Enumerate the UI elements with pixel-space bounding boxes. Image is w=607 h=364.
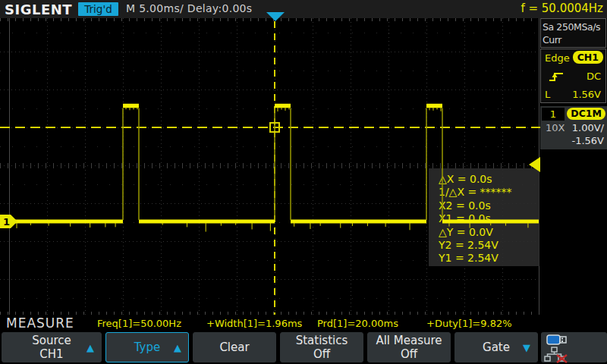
channel-number-chip: 1 bbox=[542, 108, 565, 121]
ch1-ground-marker-icon[interactable]: 1 bbox=[0, 215, 18, 230]
trigger-info-box[interactable]: Edge CH1 DC L 1.56V bbox=[540, 49, 606, 103]
menu-button-type[interactable]: Type ▲ bbox=[105, 332, 189, 362]
rising-edge-icon bbox=[548, 70, 565, 83]
volts-per-division: 1.00V/ bbox=[572, 122, 604, 133]
right-sidebar: Sa 250MSa/s Curr 17.5Mpts Edge CH1 DC L … bbox=[540, 18, 607, 315]
up-arrow-icon: ▲ bbox=[174, 342, 181, 353]
down-arrow-icon: ▼ bbox=[523, 342, 530, 353]
trigger-mode: Edge bbox=[545, 52, 570, 64]
button-label: Off bbox=[401, 347, 417, 361]
channel-coupling-badge: DC1M bbox=[567, 108, 605, 120]
waveform-display: △X = 0.0s 1/△X = ****** X2 = 0.0s X1 = 0… bbox=[0, 18, 540, 315]
sample-rate: Sa 250MSa/s bbox=[543, 20, 605, 33]
trigger-level-value: 1.56V bbox=[572, 89, 601, 100]
trigger-level-label: L bbox=[545, 89, 550, 100]
measure-title: MEASURE bbox=[6, 315, 74, 331]
button-label: CH1 bbox=[39, 347, 63, 361]
measurement-period: Prd[1]=20.00ms bbox=[317, 318, 398, 329]
measurement-duty: +Duty[1]=9.82% bbox=[426, 318, 512, 329]
probe-attenuation: 10X bbox=[546, 122, 565, 133]
menu-button-gate[interactable]: Gate ▼ bbox=[454, 332, 538, 362]
lan-disconnected-icon bbox=[543, 347, 569, 363]
trigger-status-badge: Trig'd bbox=[78, 2, 118, 16]
menu-button-statistics[interactable]: Statistics Off bbox=[280, 332, 363, 362]
menu-button-clear[interactable]: Clear bbox=[193, 332, 276, 362]
channel-offset: -1.56V bbox=[571, 135, 604, 146]
trigger-source-badge: CH1 bbox=[573, 51, 603, 64]
trigger-coupling: DC bbox=[587, 71, 601, 82]
timebase-delay-readout: M 5.00ms/ Delay:0.00s bbox=[126, 2, 252, 14]
measurement-width: +Width[1]=1.96ms bbox=[206, 318, 302, 329]
acquisition-info-box: Sa 250MSa/s Curr 17.5Mpts bbox=[540, 18, 606, 48]
svg-text:1: 1 bbox=[3, 216, 10, 228]
trigger-level-marker-icon[interactable] bbox=[529, 157, 540, 172]
usb-device-icon bbox=[546, 334, 571, 346]
measurement-freq: Freq[1]=50.00Hz bbox=[97, 318, 181, 329]
siglent-logo: SIGLENT bbox=[5, 2, 72, 17]
button-label: All Measure bbox=[376, 334, 442, 347]
up-arrow-icon: ▲ bbox=[86, 342, 94, 353]
ch1-waveform-trace bbox=[0, 18, 540, 315]
button-label: Clear bbox=[219, 340, 249, 354]
menu-button-all-measure[interactable]: All Measure Off bbox=[367, 332, 451, 362]
channel1-info-box[interactable]: 1 DC1M 10X 1.00V/ -1.56V bbox=[540, 106, 607, 149]
softkey-menu-bar: Source CH1 ▲ Type ▲ Clear Statistics Off… bbox=[0, 331, 607, 364]
trigger-position-marker-icon[interactable] bbox=[266, 12, 285, 21]
button-label: Off bbox=[313, 347, 330, 361]
status-icon-panel bbox=[541, 332, 607, 362]
button-label: Statistics bbox=[296, 334, 348, 347]
oscilloscope-screen: SIGLENT Trig'd M 5.00ms/ Delay:0.00s f =… bbox=[0, 0, 607, 364]
button-label: Gate bbox=[483, 340, 510, 354]
button-label: Type bbox=[134, 340, 160, 354]
top-status-bar: SIGLENT Trig'd M 5.00ms/ Delay:0.00s f =… bbox=[0, 0, 607, 18]
menu-button-source[interactable]: Source CH1 ▲ bbox=[2, 332, 102, 362]
trigger-frequency-readout: f = 50.0004Hz bbox=[521, 2, 603, 15]
cursor-intersection-marker[interactable] bbox=[269, 122, 280, 133]
button-label: Source bbox=[32, 334, 71, 347]
measurement-strip: MEASURE Freq[1]=50.00Hz +Width[1]=1.96ms… bbox=[0, 315, 607, 331]
